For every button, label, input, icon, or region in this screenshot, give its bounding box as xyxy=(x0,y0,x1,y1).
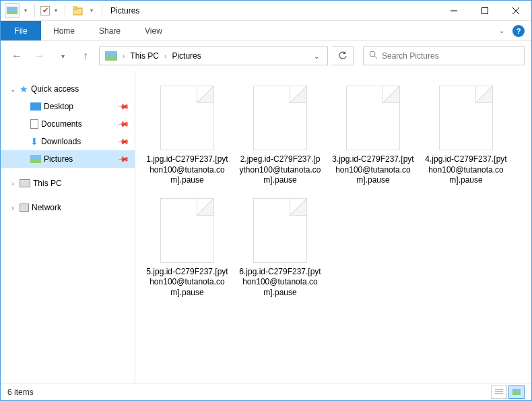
separator xyxy=(65,4,65,18)
tree-this-pc[interactable]: › This PC xyxy=(1,175,135,192)
body: ⌄ ★ Quick access Desktop 📌 Documents 📌 ⬇… xyxy=(1,71,531,383)
svg-rect-1 xyxy=(73,7,77,9)
back-button[interactable]: ← xyxy=(7,47,26,65)
search-icon xyxy=(369,51,378,61)
expand-icon[interactable]: › xyxy=(9,204,17,212)
tab-share[interactable]: Share xyxy=(87,21,133,40)
app-icon[interactable] xyxy=(5,3,20,18)
window-controls xyxy=(438,1,531,21)
view-mode-buttons xyxy=(491,385,525,399)
network-icon xyxy=(20,204,29,212)
location-pictures-icon xyxy=(105,51,117,61)
refresh-button[interactable] xyxy=(332,47,354,65)
navigation-pane: ⌄ ★ Quick access Desktop 📌 Documents 📌 ⬇… xyxy=(1,71,135,383)
address-bar[interactable]: › This PC › Pictures ⌄ xyxy=(99,47,328,65)
file-icon xyxy=(160,198,214,263)
maximize-button[interactable] xyxy=(469,1,500,21)
file-item[interactable]: 3.jpg.id-C279F237.[python100@tutanota.co… xyxy=(329,83,417,189)
tree-label: Desktop xyxy=(44,102,73,111)
details-view-button[interactable] xyxy=(491,385,507,399)
file-icon xyxy=(439,86,493,150)
expand-icon[interactable]: › xyxy=(9,180,17,187)
pin-icon: 📌 xyxy=(117,152,129,165)
chevron-right-icon[interactable]: › xyxy=(121,53,126,60)
tree-label: Pictures xyxy=(44,154,73,164)
file-icon xyxy=(253,86,307,150)
download-icon: ⬇ xyxy=(30,136,38,147)
tree-label: This PC xyxy=(33,179,62,188)
pin-icon: 📌 xyxy=(117,117,129,130)
expand-ribbon-icon[interactable]: ⌄ xyxy=(499,27,504,34)
tab-view[interactable]: View xyxy=(133,21,174,40)
file-name: 6.jpg.id-C279F237.[python100@tutanota.co… xyxy=(239,267,321,299)
tree-label: Downloads xyxy=(41,137,81,146)
new-folder-icon[interactable] xyxy=(71,3,86,18)
thumbnails-view-button[interactable] xyxy=(508,385,525,399)
pin-icon: 📌 xyxy=(117,100,129,113)
tree-item-downloads[interactable]: ⬇ Downloads 📌 xyxy=(1,133,135,150)
tree-label: Quick access xyxy=(31,84,79,94)
forward-button[interactable]: → xyxy=(30,47,49,65)
item-count: 6 items xyxy=(7,388,34,397)
close-button[interactable] xyxy=(500,1,531,21)
separator xyxy=(34,4,35,18)
tree-item-documents[interactable]: Documents 📌 xyxy=(1,115,135,133)
address-dropdown-caret-icon[interactable]: ⌄ xyxy=(308,53,325,60)
pin-icon: 📌 xyxy=(117,135,129,148)
file-name: 1.jpg.id-C279F237.[python100@tutanota.co… xyxy=(146,154,228,186)
file-item[interactable]: 2.jpeg.id-C279F237.[python100@tutanota.c… xyxy=(236,83,324,189)
file-item[interactable]: 4.jpg.id-C279F237.[python100@tutanota.co… xyxy=(422,83,510,189)
recent-locations-caret-icon[interactable]: ▾ xyxy=(53,47,72,65)
window-title: Pictures xyxy=(105,6,438,16)
tree-quick-access[interactable]: ⌄ ★ Quick access xyxy=(1,80,135,98)
star-icon: ★ xyxy=(20,84,28,94)
ribbon: File Home Share View ⌄ ? xyxy=(1,21,531,41)
properties-checkbox[interactable]: ✔ xyxy=(40,6,50,16)
help-icon[interactable]: ? xyxy=(512,25,525,37)
tree-network[interactable]: › Network xyxy=(1,199,135,216)
qat-customize-caret-icon[interactable]: ▾ xyxy=(88,7,95,13)
file-icon xyxy=(346,86,400,150)
search-box[interactable] xyxy=(363,47,525,65)
file-name: 3.jpg.id-C279F237.[python100@tutanota.co… xyxy=(332,154,414,186)
file-item[interactable]: 5.jpg.id-C279F237.[python100@tutanota.co… xyxy=(143,195,231,301)
tree-label: Documents xyxy=(41,119,82,129)
up-button[interactable]: ↑ xyxy=(76,47,95,65)
file-name: 4.jpg.id-C279F237.[python100@tutanota.co… xyxy=(425,154,507,186)
svg-rect-3 xyxy=(482,7,488,13)
title-bar: ▾ ✔ ▾ ▾ Pictures xyxy=(1,1,531,21)
file-list[interactable]: 1.jpg.id-C279F237.[python100@tutanota.co… xyxy=(135,71,531,383)
status-bar: 6 items xyxy=(1,383,531,400)
tab-home[interactable]: Home xyxy=(41,21,87,40)
document-icon xyxy=(30,119,38,129)
minimize-button[interactable] xyxy=(438,1,469,21)
file-name: 5.jpg.id-C279F237.[python100@tutanota.co… xyxy=(146,267,228,299)
desktop-icon xyxy=(30,102,41,111)
search-input[interactable] xyxy=(382,51,519,61)
breadcrumb-this-pc[interactable]: This PC xyxy=(127,51,162,61)
svg-line-7 xyxy=(374,56,377,59)
svg-point-6 xyxy=(370,51,375,57)
navigation-bar: ← → ▾ ↑ › This PC › Pictures ⌄ xyxy=(1,41,531,71)
properties-caret-icon[interactable]: ▾ xyxy=(53,7,59,13)
file-item[interactable]: 6.jpg.id-C279F237.[python100@tutanota.co… xyxy=(236,195,324,301)
file-icon xyxy=(253,198,307,263)
pictures-icon xyxy=(30,155,41,163)
chevron-right-icon[interactable]: › xyxy=(163,53,168,60)
tree-label: Network xyxy=(32,203,61,212)
file-icon xyxy=(160,86,214,150)
separator xyxy=(102,4,102,18)
file-name: 2.jpeg.id-C279F237.[python100@tutanota.c… xyxy=(239,154,321,186)
breadcrumb-pictures[interactable]: Pictures xyxy=(169,51,203,61)
tree-item-pictures[interactable]: Pictures 📌 xyxy=(1,150,135,168)
quick-access-toolbar: ▾ ✔ ▾ ▾ xyxy=(1,3,99,18)
file-tab[interactable]: File xyxy=(1,21,41,40)
collapse-icon[interactable]: ⌄ xyxy=(9,86,17,93)
app-menu-caret-icon[interactable]: ▾ xyxy=(22,7,29,13)
this-pc-icon xyxy=(20,179,30,187)
file-item[interactable]: 1.jpg.id-C279F237.[python100@tutanota.co… xyxy=(143,83,231,189)
tree-item-desktop[interactable]: Desktop 📌 xyxy=(1,98,135,115)
